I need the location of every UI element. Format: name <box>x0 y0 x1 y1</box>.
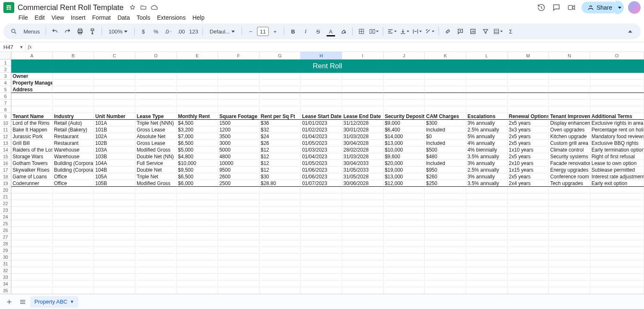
cell[interactable]: $12 <box>260 167 301 173</box>
cell[interactable] <box>590 240 644 247</box>
cell[interactable] <box>466 106 508 113</box>
cell[interactable]: $12 <box>260 160 301 167</box>
cell[interactable]: 31/03/2028 <box>342 153 384 160</box>
cell[interactable] <box>53 86 94 93</box>
cell[interactable] <box>425 200 466 207</box>
cell[interactable] <box>342 200 384 207</box>
cell[interactable] <box>342 247 384 254</box>
cell[interactable] <box>508 267 549 274</box>
decrease-font-button[interactable]: − <box>245 26 256 37</box>
cell[interactable] <box>425 267 466 274</box>
cell[interactable] <box>135 106 177 113</box>
row-header[interactable]: 23 <box>0 207 11 214</box>
cell[interactable] <box>590 106 644 113</box>
row-header[interactable]: 27 <box>0 234 11 240</box>
cell[interactable]: Raiders of the Lost Art <box>11 147 53 153</box>
cell[interactable] <box>260 100 301 106</box>
col-header-O[interactable]: O <box>590 52 644 59</box>
cell[interactable] <box>549 207 590 214</box>
cell[interactable] <box>466 100 508 106</box>
row-header[interactable]: 25 <box>0 220 11 227</box>
menu-format[interactable]: Format <box>92 14 111 21</box>
insert-comment-button[interactable] <box>455 26 466 37</box>
cell[interactable] <box>425 247 466 254</box>
cell[interactable] <box>177 247 218 254</box>
cell[interactable]: Exclusive rights in area <box>590 120 644 126</box>
cell[interactable]: Warehouse <box>53 153 94 160</box>
col-header-H[interactable]: H <box>301 52 342 59</box>
cell[interactable]: $480 <box>425 153 466 160</box>
cell[interactable] <box>508 80 549 86</box>
cell[interactable] <box>466 227 508 234</box>
menu-view[interactable]: View <box>52 14 64 21</box>
cell[interactable]: 105B <box>94 180 135 187</box>
row-header[interactable]: 35 <box>0 287 11 294</box>
col-header-D[interactable]: D <box>135 52 177 59</box>
cell[interactable] <box>301 234 342 240</box>
cell[interactable] <box>425 214 466 220</box>
row-header[interactable]: 28 <box>0 240 11 247</box>
cell[interactable]: 01/01/2023 <box>301 120 342 126</box>
cell[interactable] <box>342 214 384 220</box>
cell[interactable] <box>53 227 94 234</box>
cell[interactable] <box>94 59 135 66</box>
doc-title[interactable]: Commercial Rent Roll Template <box>18 3 124 12</box>
cell[interactable] <box>260 93 301 100</box>
cell[interactable]: 2x5 years <box>508 120 549 126</box>
cell[interactable] <box>11 207 53 214</box>
cell[interactable] <box>135 220 177 227</box>
cell[interactable] <box>11 59 53 66</box>
cell[interactable] <box>11 200 53 207</box>
cell[interactable] <box>218 260 260 267</box>
cell[interactable] <box>218 214 260 220</box>
cell[interactable]: 4% annually <box>466 140 508 147</box>
cell[interactable] <box>466 260 508 267</box>
cell[interactable] <box>218 227 260 234</box>
cell[interactable]: Skywalker Rises <box>11 167 53 173</box>
cell[interactable] <box>425 106 466 113</box>
cell[interactable] <box>384 93 425 100</box>
menu-file[interactable]: File <box>18 14 28 21</box>
cell[interactable] <box>549 93 590 100</box>
cell[interactable] <box>425 274 466 281</box>
fill-color-button[interactable] <box>338 26 349 37</box>
cell[interactable]: $24 <box>260 133 301 140</box>
cell[interactable] <box>260 207 301 214</box>
cell[interactable]: Renewal Options <box>508 113 549 120</box>
cell[interactable] <box>590 281 644 287</box>
cell[interactable] <box>94 260 135 267</box>
cell[interactable] <box>549 227 590 234</box>
cell[interactable]: Modified Gross <box>135 147 177 153</box>
cell[interactable]: Included <box>425 160 466 167</box>
cell[interactable]: Oven upgrades <box>549 126 590 133</box>
cell[interactable] <box>11 254 53 260</box>
cell[interactable] <box>301 240 342 247</box>
cell[interactable] <box>549 240 590 247</box>
cell[interactable] <box>508 240 549 247</box>
cell[interactable] <box>11 187 53 193</box>
move-icon[interactable] <box>140 4 147 11</box>
cell[interactable] <box>342 80 384 86</box>
cell[interactable] <box>218 281 260 287</box>
cell[interactable] <box>590 59 644 66</box>
cell[interactable] <box>466 66 508 73</box>
cell[interactable] <box>53 254 94 260</box>
cell[interactable] <box>94 234 135 240</box>
cell[interactable] <box>260 234 301 240</box>
cell[interactable] <box>53 240 94 247</box>
cell[interactable]: 31/05/2028 <box>342 173 384 180</box>
row-header[interactable]: 13 <box>0 140 11 147</box>
cell[interactable] <box>11 66 53 73</box>
cell[interactable] <box>384 240 425 247</box>
sheets-logo[interactable] <box>3 2 14 13</box>
cell[interactable]: 31/05/2033 <box>342 167 384 173</box>
cell[interactable] <box>384 220 425 227</box>
cell[interactable] <box>466 207 508 214</box>
cell[interactable] <box>53 267 94 274</box>
cell[interactable]: 101B <box>94 126 135 133</box>
cell[interactable] <box>466 220 508 227</box>
cell[interactable] <box>177 66 218 73</box>
cell[interactable] <box>218 220 260 227</box>
cell[interactable]: 104A <box>94 160 135 167</box>
cell[interactable]: $32 <box>260 126 301 133</box>
